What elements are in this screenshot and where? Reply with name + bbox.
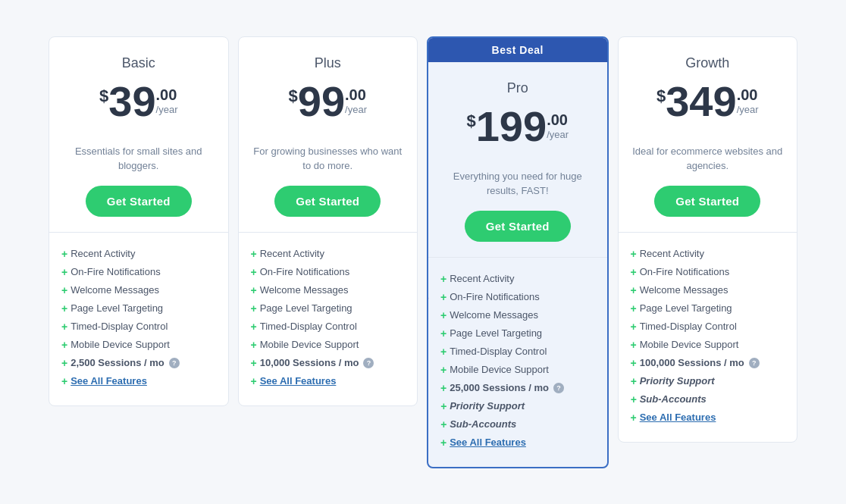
plan-price-plus: $ 99 .00 /year (251, 80, 406, 123)
plan-card-growth: Growth $ 349 .00 /year Ideal for ecommer… (618, 36, 798, 443)
get-started-btn-pro[interactable]: Get Started (465, 211, 571, 242)
plus-icon: + (61, 284, 67, 296)
plan-card-plus: Plus $ 99 .00 /year For growing business… (238, 36, 418, 406)
plus-icon: + (631, 248, 637, 260)
plus-icon: + (440, 382, 446, 394)
price-amount-basic: 39 (108, 80, 155, 123)
feature-item: + Timed-Display Control (61, 318, 216, 336)
plan-header-basic: Basic $ 39 .00 /year (49, 37, 228, 138)
price-cents-plus: .00 (345, 86, 366, 104)
plan-name-basic: Basic (61, 55, 216, 71)
plus-icon: + (251, 321, 257, 333)
plan-header-growth: Growth $ 349 .00 /year (619, 37, 797, 138)
feature-item: + Mobile Device Support (631, 336, 785, 354)
features-list-pro: + Recent Activity+ On-Fire Notifications… (428, 270, 607, 452)
plus-icon: + (631, 339, 637, 351)
plus-icon: + (631, 357, 637, 369)
feature-item: + Recent Activity (251, 245, 406, 263)
feature-item: + Page Level Targeting (61, 299, 216, 318)
plus-icon: + (251, 302, 257, 315)
divider-growth (619, 232, 797, 233)
plus-icon: + (61, 339, 67, 351)
help-icon[interactable]: ? (363, 358, 374, 368)
plus-icon: + (440, 364, 446, 376)
see-all-features-link[interactable]: See All Features (70, 375, 147, 387)
feature-item: + Mobile Device Support (251, 336, 406, 354)
feature-item: + On-Fire Notifications (631, 263, 785, 281)
pricing-table: Basic $ 39 .00 /year Essentials for smal… (21, 21, 825, 484)
plus-icon: + (61, 248, 67, 260)
plan-description-pro: Everything you need for huge results, FA… (428, 163, 607, 211)
get-started-btn-plus[interactable]: Get Started (274, 186, 381, 217)
plan-name-pro: Pro (440, 80, 595, 96)
see-all-features-link[interactable]: See All Features (450, 437, 526, 448)
plan-description-plus: For growing businesses who want to do mo… (239, 138, 418, 186)
price-period-pro: /year (547, 129, 569, 140)
plus-icon: + (631, 375, 637, 387)
plus-icon: + (61, 266, 67, 278)
see-all-features-item[interactable]: + See All Features (631, 409, 785, 427)
see-all-features-item[interactable]: + See All Features (251, 372, 406, 390)
feature-item: + Timed-Display Control (631, 318, 785, 336)
divider-basic (49, 232, 228, 233)
feature-item: + Recent Activity (61, 245, 216, 263)
see-all-features-link[interactable]: See All Features (640, 412, 716, 423)
plus-icon: + (440, 273, 446, 285)
plus-icon: + (440, 327, 446, 340)
price-dollar-plus: $ (289, 86, 298, 106)
plus-icon: + (251, 375, 257, 387)
help-icon[interactable]: ? (553, 383, 564, 393)
plan-price-pro: $ 199 .00 /year (440, 105, 595, 148)
feature-item: + On-Fire Notifications (440, 288, 595, 306)
price-period-basic: /year (156, 104, 178, 115)
feature-item: + On-Fire Notifications (251, 263, 406, 281)
get-started-btn-growth[interactable]: Get Started (654, 186, 760, 217)
divider-pro (428, 257, 607, 258)
feature-item: + Mobile Device Support (61, 336, 216, 354)
price-cents-basic: .00 (156, 86, 177, 104)
plus-icon: + (631, 393, 637, 405)
help-icon[interactable]: ? (169, 358, 180, 368)
price-dollar-basic: $ (99, 86, 108, 106)
plan-description-basic: Essentials for small sites and bloggers. (49, 138, 228, 186)
plan-description-growth: Ideal for ecommerce websites and agencie… (619, 138, 797, 186)
help-icon[interactable]: ? (749, 358, 760, 368)
get-started-btn-basic[interactable]: Get Started (86, 186, 192, 217)
feature-item-italic: + Sub-Accounts (440, 415, 595, 434)
feature-item: + Welcome Messages (631, 281, 785, 299)
feature-item: + On-Fire Notifications (61, 263, 216, 281)
plan-card-pro: Best Deal Pro $ 199 .00 /year Everything… (427, 36, 609, 468)
plan-header-plus: Plus $ 99 .00 /year (239, 37, 418, 138)
see-all-features-link[interactable]: See All Features (260, 375, 337, 387)
see-all-features-item[interactable]: + See All Features (440, 434, 595, 452)
feature-item: + Mobile Device Support (440, 361, 595, 379)
plus-icon: + (631, 284, 637, 296)
plus-icon: + (631, 412, 637, 424)
price-period-plus: /year (345, 104, 367, 115)
plan-name-plus: Plus (251, 55, 406, 71)
feature-sessions: + 25,000 Sessions / mo ? (440, 379, 595, 397)
feature-item: + Welcome Messages (61, 281, 216, 299)
price-dollar-growth: $ (656, 86, 666, 106)
plus-icon: + (440, 437, 446, 449)
plus-icon: + (61, 302, 67, 315)
plan-header-pro: Pro $ 199 .00 /year (428, 62, 607, 163)
feature-item-italic: + Sub-Accounts (631, 390, 785, 409)
plus-icon: + (631, 302, 637, 315)
plus-icon: + (440, 400, 446, 412)
plan-card-basic: Basic $ 39 .00 /year Essentials for smal… (49, 36, 229, 406)
price-cents-growth: .00 (737, 86, 758, 104)
price-amount-growth: 349 (666, 80, 736, 123)
plus-icon: + (631, 321, 637, 333)
feature-item: + Timed-Display Control (251, 318, 406, 336)
see-all-features-item[interactable]: + See All Features (61, 372, 216, 390)
plus-icon: + (440, 346, 446, 358)
divider-plus (239, 232, 418, 233)
plus-icon: + (251, 339, 257, 351)
price-period-growth: /year (737, 104, 759, 115)
price-amount-pro: 199 (476, 105, 547, 148)
plus-icon: + (251, 357, 257, 369)
price-dollar-pro: $ (466, 111, 475, 131)
feature-item: + Welcome Messages (251, 281, 406, 299)
plus-icon: + (61, 321, 67, 333)
